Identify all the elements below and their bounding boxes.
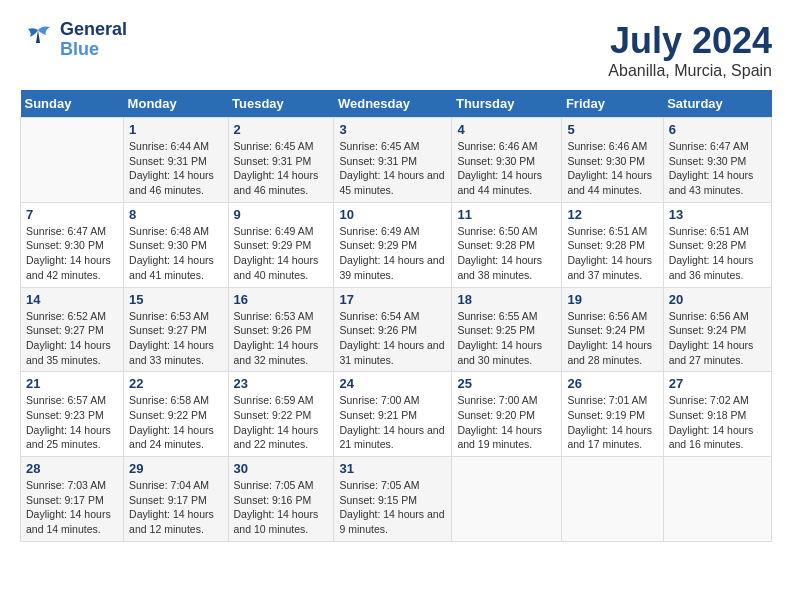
day-info: Sunrise: 6:55 AMSunset: 9:25 PMDaylight:… — [457, 309, 556, 368]
day-info: Sunrise: 6:56 AMSunset: 9:24 PMDaylight:… — [567, 309, 657, 368]
calendar-cell: 23Sunrise: 6:59 AMSunset: 9:22 PMDayligh… — [228, 372, 334, 457]
day-number: 15 — [129, 292, 222, 307]
calendar-cell: 21Sunrise: 6:57 AMSunset: 9:23 PMDayligh… — [21, 372, 124, 457]
calendar-cell: 18Sunrise: 6:55 AMSunset: 9:25 PMDayligh… — [452, 287, 562, 372]
day-info: Sunrise: 6:46 AMSunset: 9:30 PMDaylight:… — [457, 139, 556, 198]
day-number: 20 — [669, 292, 766, 307]
day-number: 19 — [567, 292, 657, 307]
day-number: 2 — [234, 122, 329, 137]
calendar-cell: 20Sunrise: 6:56 AMSunset: 9:24 PMDayligh… — [663, 287, 771, 372]
calendar-cell: 26Sunrise: 7:01 AMSunset: 9:19 PMDayligh… — [562, 372, 663, 457]
calendar-cell: 27Sunrise: 7:02 AMSunset: 9:18 PMDayligh… — [663, 372, 771, 457]
day-number: 3 — [339, 122, 446, 137]
day-info: Sunrise: 6:56 AMSunset: 9:24 PMDaylight:… — [669, 309, 766, 368]
day-number: 12 — [567, 207, 657, 222]
day-number: 25 — [457, 376, 556, 391]
calendar-week-row: 1Sunrise: 6:44 AMSunset: 9:31 PMDaylight… — [21, 118, 772, 203]
calendar-cell: 5Sunrise: 6:46 AMSunset: 9:30 PMDaylight… — [562, 118, 663, 203]
calendar-week-row: 14Sunrise: 6:52 AMSunset: 9:27 PMDayligh… — [21, 287, 772, 372]
day-info: Sunrise: 7:01 AMSunset: 9:19 PMDaylight:… — [567, 393, 657, 452]
day-info: Sunrise: 6:53 AMSunset: 9:27 PMDaylight:… — [129, 309, 222, 368]
header-sunday: Sunday — [21, 90, 124, 118]
calendar-table: SundayMondayTuesdayWednesdayThursdayFrid… — [20, 90, 772, 542]
calendar-cell: 4Sunrise: 6:46 AMSunset: 9:30 PMDaylight… — [452, 118, 562, 203]
day-number: 1 — [129, 122, 222, 137]
calendar-cell: 10Sunrise: 6:49 AMSunset: 9:29 PMDayligh… — [334, 202, 452, 287]
calendar-cell: 14Sunrise: 6:52 AMSunset: 9:27 PMDayligh… — [21, 287, 124, 372]
day-number: 22 — [129, 376, 222, 391]
day-number: 11 — [457, 207, 556, 222]
day-info: Sunrise: 6:49 AMSunset: 9:29 PMDaylight:… — [234, 224, 329, 283]
day-number: 8 — [129, 207, 222, 222]
day-number: 5 — [567, 122, 657, 137]
calendar-cell: 16Sunrise: 6:53 AMSunset: 9:26 PMDayligh… — [228, 287, 334, 372]
day-info: Sunrise: 6:52 AMSunset: 9:27 PMDaylight:… — [26, 309, 118, 368]
calendar-header-row: SundayMondayTuesdayWednesdayThursdayFrid… — [21, 90, 772, 118]
calendar-cell: 19Sunrise: 6:56 AMSunset: 9:24 PMDayligh… — [562, 287, 663, 372]
logo-text: General Blue — [60, 20, 127, 60]
calendar-cell — [562, 457, 663, 542]
calendar-cell: 9Sunrise: 6:49 AMSunset: 9:29 PMDaylight… — [228, 202, 334, 287]
day-info: Sunrise: 6:45 AMSunset: 9:31 PMDaylight:… — [234, 139, 329, 198]
day-info: Sunrise: 6:48 AMSunset: 9:30 PMDaylight:… — [129, 224, 222, 283]
logo: General Blue — [20, 20, 127, 60]
month-title: July 2024 — [608, 20, 772, 62]
day-info: Sunrise: 7:05 AMSunset: 9:15 PMDaylight:… — [339, 478, 446, 537]
day-number: 21 — [26, 376, 118, 391]
calendar-cell: 8Sunrise: 6:48 AMSunset: 9:30 PMDaylight… — [124, 202, 228, 287]
day-info: Sunrise: 7:02 AMSunset: 9:18 PMDaylight:… — [669, 393, 766, 452]
day-info: Sunrise: 7:00 AMSunset: 9:21 PMDaylight:… — [339, 393, 446, 452]
day-number: 24 — [339, 376, 446, 391]
calendar-cell: 25Sunrise: 7:00 AMSunset: 9:20 PMDayligh… — [452, 372, 562, 457]
day-number: 13 — [669, 207, 766, 222]
logo-bird-icon — [20, 25, 56, 55]
day-info: Sunrise: 7:05 AMSunset: 9:16 PMDaylight:… — [234, 478, 329, 537]
header-saturday: Saturday — [663, 90, 771, 118]
day-info: Sunrise: 6:44 AMSunset: 9:31 PMDaylight:… — [129, 139, 222, 198]
day-number: 6 — [669, 122, 766, 137]
logo-line1: General — [60, 20, 127, 40]
day-number: 4 — [457, 122, 556, 137]
day-number: 26 — [567, 376, 657, 391]
day-info: Sunrise: 7:03 AMSunset: 9:17 PMDaylight:… — [26, 478, 118, 537]
day-number: 31 — [339, 461, 446, 476]
page-header: General Blue July 2024 Abanilla, Murcia,… — [20, 20, 772, 80]
day-info: Sunrise: 6:59 AMSunset: 9:22 PMDaylight:… — [234, 393, 329, 452]
day-number: 28 — [26, 461, 118, 476]
calendar-cell: 2Sunrise: 6:45 AMSunset: 9:31 PMDaylight… — [228, 118, 334, 203]
calendar-cell: 30Sunrise: 7:05 AMSunset: 9:16 PMDayligh… — [228, 457, 334, 542]
header-friday: Friday — [562, 90, 663, 118]
day-info: Sunrise: 6:45 AMSunset: 9:31 PMDaylight:… — [339, 139, 446, 198]
calendar-cell: 15Sunrise: 6:53 AMSunset: 9:27 PMDayligh… — [124, 287, 228, 372]
header-thursday: Thursday — [452, 90, 562, 118]
day-number: 9 — [234, 207, 329, 222]
calendar-week-row: 28Sunrise: 7:03 AMSunset: 9:17 PMDayligh… — [21, 457, 772, 542]
header-tuesday: Tuesday — [228, 90, 334, 118]
day-info: Sunrise: 6:47 AMSunset: 9:30 PMDaylight:… — [669, 139, 766, 198]
day-number: 17 — [339, 292, 446, 307]
calendar-cell: 11Sunrise: 6:50 AMSunset: 9:28 PMDayligh… — [452, 202, 562, 287]
calendar-week-row: 7Sunrise: 6:47 AMSunset: 9:30 PMDaylight… — [21, 202, 772, 287]
day-info: Sunrise: 7:00 AMSunset: 9:20 PMDaylight:… — [457, 393, 556, 452]
day-number: 29 — [129, 461, 222, 476]
day-info: Sunrise: 6:58 AMSunset: 9:22 PMDaylight:… — [129, 393, 222, 452]
calendar-cell: 24Sunrise: 7:00 AMSunset: 9:21 PMDayligh… — [334, 372, 452, 457]
title-block: July 2024 Abanilla, Murcia, Spain — [608, 20, 772, 80]
day-info: Sunrise: 6:49 AMSunset: 9:29 PMDaylight:… — [339, 224, 446, 283]
day-number: 30 — [234, 461, 329, 476]
day-info: Sunrise: 6:54 AMSunset: 9:26 PMDaylight:… — [339, 309, 446, 368]
day-info: Sunrise: 6:57 AMSunset: 9:23 PMDaylight:… — [26, 393, 118, 452]
header-wednesday: Wednesday — [334, 90, 452, 118]
day-info: Sunrise: 7:04 AMSunset: 9:17 PMDaylight:… — [129, 478, 222, 537]
calendar-cell: 3Sunrise: 6:45 AMSunset: 9:31 PMDaylight… — [334, 118, 452, 203]
day-info: Sunrise: 6:46 AMSunset: 9:30 PMDaylight:… — [567, 139, 657, 198]
calendar-cell: 22Sunrise: 6:58 AMSunset: 9:22 PMDayligh… — [124, 372, 228, 457]
header-monday: Monday — [124, 90, 228, 118]
calendar-cell: 28Sunrise: 7:03 AMSunset: 9:17 PMDayligh… — [21, 457, 124, 542]
calendar-cell: 29Sunrise: 7:04 AMSunset: 9:17 PMDayligh… — [124, 457, 228, 542]
day-info: Sunrise: 6:50 AMSunset: 9:28 PMDaylight:… — [457, 224, 556, 283]
day-info: Sunrise: 6:47 AMSunset: 9:30 PMDaylight:… — [26, 224, 118, 283]
calendar-cell — [21, 118, 124, 203]
day-number: 7 — [26, 207, 118, 222]
location-title: Abanilla, Murcia, Spain — [608, 62, 772, 80]
